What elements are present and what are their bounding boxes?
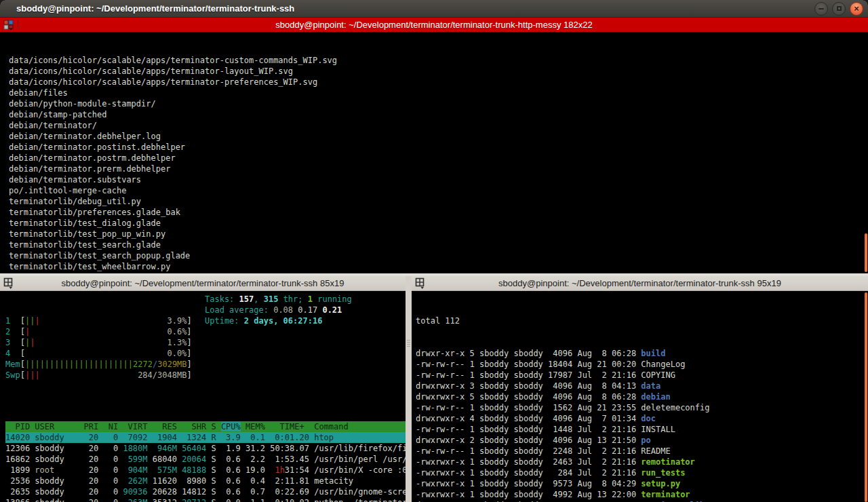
file-row: -rwxrwxr-x 1 sboddy sboddy 284 Jul 2 21:… [416, 467, 868, 478]
pane-title: sboddy@pinpoint: ~/Development/terminato… [0, 278, 406, 288]
close-button[interactable]: × [850, 2, 863, 16]
file-name: run_tests [641, 468, 685, 478]
output-line: debian/stamp-patched [0, 109, 868, 120]
htop-summary: Tasks: 157, 315 thr; 1 runningLoad avera… [205, 294, 352, 326]
pane-ls: sboddy@pinpoint: ~/Development/terminato… [412, 276, 868, 502]
scrollbar-thumb[interactable] [865, 292, 867, 502]
minimize-button[interactable] [814, 2, 828, 16]
cpu-meter: 4 [ 0.0%] [5, 348, 406, 359]
minimize-icon [818, 8, 824, 9]
bottom-panes: sboddy@pinpoint: ~/Development/terminato… [0, 276, 868, 502]
vertical-splitter[interactable] [406, 276, 412, 502]
file-row: drwxr-xr-x 5 sboddy sboddy 4096 Aug 8 06… [416, 348, 868, 359]
process-row: 13866 sboddy 20 0 263M 35312 20712 S 0.0… [5, 497, 406, 502]
window-title: sboddy@pinpoint: ~/Development/terminato… [16, 3, 294, 14]
output-line: terminatorlib/test_dialog.glade [0, 218, 868, 229]
file-row: -rwxrwxr-x 1 sboddy sboddy 4992 Aug 13 2… [416, 489, 868, 500]
window-titlebar[interactable]: sboddy@pinpoint: ~/Development/terminato… [0, 0, 868, 18]
file-row: drwxrwxr-x 3 sboddy sboddy 4096 Aug 8 04… [416, 381, 868, 391]
pane-titlebar-htop[interactable]: sboddy@pinpoint: ~/Development/terminato… [0, 276, 406, 291]
directory-name: build [641, 349, 665, 358]
summary-line: Tasks: 157, 315 thr; 1 running [205, 294, 352, 305]
summary-line: Uptime: 2 days, 06:27:16 [205, 315, 352, 326]
directory-name: doc [641, 414, 656, 423]
file-name: ChangeLog [641, 360, 685, 369]
splitter-grip[interactable] [407, 339, 410, 348]
output-line: debian/terminator.prerm.debhelper [0, 163, 868, 174]
output-line: debian/terminator/ [0, 120, 868, 131]
close-icon: × [854, 4, 859, 13]
output-line: terminatorlib/test_window.glade [0, 272, 868, 273]
file-name: terminator [641, 490, 690, 499]
directory-name: data [641, 381, 660, 391]
output-line: debian/terminator.debhelper.log [0, 131, 868, 142]
file-row: -rwxrwxr-x 1 sboddy sboddy 9573 Aug 8 04… [416, 478, 868, 489]
mem-meter: Mem[||||||||||||||||||||||2272/3029MB] [5, 359, 406, 370]
output-line: debian/files [0, 88, 868, 98]
pane-titlebar-ls[interactable]: sboddy@pinpoint: ~/Development/terminato… [412, 276, 868, 291]
output-line: terminatorlib/test_pop_up_win.py [0, 229, 868, 239]
output-line: terminatorlib/preferences.glade_bak [0, 207, 868, 218]
output-line: terminatorlib/test_search_popup.glade [0, 250, 868, 261]
focused-pane-title: sboddy@pinpoint: ~/Development/terminato… [0, 20, 868, 30]
focused-pane-titlebar[interactable]: sboddy@pinpoint: ~/Development/terminato… [0, 18, 868, 32]
maximize-icon [837, 6, 842, 11]
swp-meter: Swp[||| 284/3048MB] [5, 370, 406, 381]
maximize-button[interactable] [832, 2, 846, 16]
file-row: -rwxrwxr-x 1 sboddy sboddy 2463 Jul 2 21… [416, 457, 868, 467]
terminal-htop[interactable]: 1 [||| 3.9%]2 [| 0.6%]3 [|| 1.3%]4 [ 0.0… [0, 291, 406, 502]
file-row: -rw-rw-r-- 1 sboddy sboddy 1448 Jul 2 21… [416, 424, 868, 435]
terminal-top[interactable]: data/icons/hicolor/scalable/apps/termina… [0, 32, 868, 273]
output-line: terminatorlib/test_wheelbarrow.py [0, 261, 868, 272]
file-name: INSTALL [641, 425, 675, 434]
output-line: data/icons/hicolor/scalable/apps/termina… [0, 77, 868, 88]
output-line: debian/terminator.substvars [0, 174, 868, 185]
total-text: total 112 [416, 316, 460, 326]
file-row: -rw-rw-r-- 1 sboddy sboddy 1562 Aug 21 2… [416, 402, 868, 413]
summary-line: Load average: 0.08 0.17 0.21 [205, 305, 352, 315]
pane-title: sboddy@pinpoint: ~/Development/terminato… [412, 278, 868, 288]
output-line: data/icons/hicolor/scalable/apps/termina… [0, 66, 868, 77]
file-name: COPYING [641, 370, 675, 380]
process-row: 2536 sboddy 20 0 262M 11620 8980 S 0.6 0… [5, 476, 406, 486]
file-row: -rw-rw-r-- 1 sboddy sboddy 18404 Aug 21 … [416, 359, 868, 370]
directory-name: po [641, 436, 650, 445]
output-line: debian/python-module-stampdir/ [0, 98, 868, 109]
terminal-output: data/icons/hicolor/scalable/apps/termina… [0, 55, 868, 273]
process-row: 12306 sboddy 20 0 1880M 946M 56404 S 1.9… [5, 443, 406, 454]
output-line: debian/terminator.postinst.debhelper [0, 142, 868, 153]
process-row: 16862 sboddy 20 0 599M 68040 20064 S 0.6… [5, 454, 406, 465]
file-row: drwxrwxr-x 2 sboddy sboddy 4096 Aug 13 2… [416, 435, 868, 446]
file-name: deletemeconfig [641, 403, 709, 412]
scrollbar-thumb[interactable] [865, 233, 867, 272]
window-buttons: × [814, 2, 863, 16]
output-line: data/icons/hicolor/scalable/apps/termina… [0, 55, 868, 66]
output-line: terminatorlib/test_search.glade [0, 239, 868, 250]
process-row: 2635 sboddy 20 0 90936 20628 14812 S 0.6… [5, 486, 406, 497]
process-row: 14020 sboddy 20 0 7092 1904 1324 R 3.9 0… [5, 432, 406, 443]
file-name: remotinator [641, 457, 694, 467]
terminal-ls[interactable]: total 112 drwxr-xr-x 5 sboddy sboddy 409… [412, 291, 868, 502]
output-line: terminatorlib/debug_util.py [0, 196, 868, 207]
file-row: -rw-rw-r-- 1 sboddy sboddy 2248 Jul 2 21… [416, 446, 868, 457]
cpu-meter: 3 [|| 1.3%] [5, 337, 406, 348]
file-name: setup.py [641, 479, 680, 488]
process-table-header: PID USER PRI NI VIRT RES SHR S CPU% MEM%… [5, 421, 406, 432]
htop-process-table: PID USER PRI NI VIRT RES SHR S CPU% MEM%… [5, 421, 406, 502]
file-name: README [641, 446, 670, 456]
cpu-meter: 2 [| 0.6%] [5, 326, 406, 337]
output-line: debian/terminator.postrm.debhelper [0, 153, 868, 163]
total-line: total 112 [416, 315, 868, 326]
file-row: -rw-rw-r-- 1 sboddy sboddy 17987 Jul 2 2… [416, 370, 868, 381]
file-row: drwxrwxr-x 5 sboddy sboddy 4096 Aug 8 06… [416, 391, 868, 402]
file-row: drwxrwxr-x 4 sboddy sboddy 4096 Aug 7 01… [416, 413, 868, 424]
process-row: 1899 root 20 0 904M 575M 48188 S 0.6 19.… [5, 465, 406, 476]
pane-htop: sboddy@pinpoint: ~/Development/terminato… [0, 276, 406, 502]
file-listing: drwxr-xr-x 5 sboddy sboddy 4096 Aug 8 06… [416, 348, 868, 502]
directory-name: debian [641, 392, 670, 402]
output-line: po/.intltool-merge-cache [0, 185, 868, 196]
terminator-window: sboddy@pinpoint: ~/Development/terminato… [0, 0, 868, 502]
